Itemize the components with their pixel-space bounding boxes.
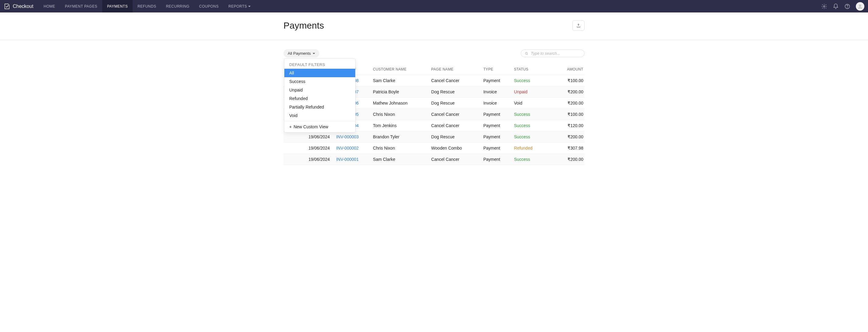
cell-page: Dog Rescue [428,131,480,142]
nav-item-payments[interactable]: PAYMENTS [102,0,133,12]
nav-item-recurring[interactable]: RECURRING [161,0,194,12]
cell-amount: ₹307.98 [554,142,585,154]
export-icon [576,23,581,28]
cell-amount: ₹200.00 [554,86,585,98]
user-avatar[interactable] [856,2,864,11]
cell-amount: ₹100.00 [554,75,585,86]
cell-customer: Chris Nixon [370,109,428,120]
cell-type: Payment [480,142,511,154]
search-input[interactable] [531,51,581,56]
caret-down-icon [313,53,315,54]
cell-status: Success [511,120,554,131]
cell-customer: Patricia Boyle [370,86,428,98]
filter-option-unpaid[interactable]: Unpaid [284,86,355,94]
new-custom-view[interactable]: + New Custom View [284,123,355,131]
nav-item-reports[interactable]: REPORTS [223,0,255,12]
cell-status: Unpaid [511,86,554,98]
cell-page: Cancel Cancer [428,75,480,86]
table-row[interactable]: 19/06/2024INV-000002Chris NixonWooden Co… [283,142,585,154]
cell-amount: ₹200.00 [554,131,585,142]
svg-point-3 [859,5,861,7]
filter-dropdown: DEFAULT FILTERS AllSuccessUnpaidRefunded… [284,58,355,133]
nav: HOMEPAYMENT PAGESPAYMENTSREFUNDSRECURRIN… [39,0,256,12]
cell-amount: ₹200.00 [554,98,585,109]
payment-link[interactable]: INV-000002 [336,146,359,151]
filter-option-all[interactable]: All [284,69,355,77]
table-row[interactable]: 19/06/2024INV-000001Sam ClarkeCancel Can… [283,154,585,165]
nav-item-label: RECURRING [166,4,189,8]
filter-dropdown-trigger[interactable]: All Payments [283,49,319,58]
cell-payment: INV-000003 [333,131,370,142]
topbar: Checkout HOMEPAYMENT PAGESPAYMENTSREFUND… [0,0,868,12]
nav-item-label: REFUNDS [137,4,156,8]
cell-amount: ₹100.00 [554,109,585,120]
column-header[interactable]: PAGE NAME [428,64,480,75]
cell-status: Refunded [511,142,554,154]
notifications-bell-icon[interactable] [833,3,839,9]
cell-page: Cancel Cancer [428,120,480,131]
row-checkbox-cell [283,131,294,142]
brand[interactable]: Checkout [0,3,39,10]
search-wrap[interactable] [521,49,585,57]
nav-item-payment-pages[interactable]: PAYMENT PAGES [60,0,102,12]
cell-page: Cancel Cancer [428,154,480,165]
cell-type: Invoice [480,98,511,109]
content: All Payments DEFAULT FILTERS AllSuccessU… [283,49,585,165]
payment-link[interactable]: INV-000001 [336,157,359,162]
filter-option-partially-refunded[interactable]: Partially Refunded [284,103,355,111]
table-row[interactable]: 19/06/2024INV-000003Brandon TylerDog Res… [283,131,585,142]
new-view-label: New Custom View [293,124,328,129]
nav-item-label: REPORTS [228,4,247,8]
nav-item-label: COUPONS [199,4,219,8]
cell-status: Success [511,75,554,86]
cell-type: Payment [480,109,511,120]
svg-point-2 [847,7,848,8]
column-header[interactable]: CUSTOMER NAME [370,64,428,75]
cell-status: Success [511,109,554,120]
cell-page: Cancel Cancer [428,109,480,120]
nav-item-label: PAYMENTS [107,4,128,8]
cell-status: Success [511,131,554,142]
column-header[interactable]: AMOUNT [554,64,585,75]
settings-gear-icon[interactable] [821,3,827,9]
filter-option-success[interactable]: Success [284,77,355,86]
dropdown-header: DEFAULT FILTERS [284,60,355,69]
nav-item-refunds[interactable]: REFUNDS [133,0,161,12]
row-checkbox-cell [283,142,294,154]
cell-customer: Sam Clarke [370,154,428,165]
row-checkbox-cell [283,154,294,165]
dropdown-divider [284,121,355,121]
cell-type: Payment [480,154,511,165]
svg-point-0 [824,5,825,7]
checkout-logo-icon [4,3,10,10]
page-title: Payments [283,20,324,31]
cell-customer: Sam Clarke [370,75,428,86]
filter-option-void[interactable]: Void [284,111,355,120]
brand-label: Checkout [13,4,33,9]
column-header[interactable]: STATUS [511,64,554,75]
plus-icon: + [289,124,292,129]
payment-link[interactable]: INV-000003 [336,134,359,139]
user-icon [857,3,863,9]
cell-customer: Brandon Tyler [370,131,428,142]
nav-item-label: HOME [44,4,55,8]
nav-item-coupons[interactable]: COUPONS [194,0,223,12]
column-header[interactable]: TYPE [480,64,511,75]
export-button[interactable] [572,20,585,31]
cell-date: 19/06/2024 [294,154,333,165]
help-icon[interactable] [844,3,850,9]
cell-status: Void [511,98,554,109]
cell-date: 19/06/2024 [294,131,333,142]
caret-down-icon [248,6,251,7]
topbar-right [821,2,864,11]
cell-type: Payment [480,75,511,86]
cell-payment: INV-000002 [333,142,370,154]
page-header: Payments [0,12,868,40]
cell-date: 19/06/2024 [294,142,333,154]
nav-item-home[interactable]: HOME [39,0,60,12]
filter-option-refunded[interactable]: Refunded [284,94,355,103]
cell-type: Invoice [480,86,511,98]
cell-customer: Tom Jenkins [370,120,428,131]
toolbar: All Payments DEFAULT FILTERS AllSuccessU… [283,49,585,58]
cell-customer: Chris Nixon [370,142,428,154]
